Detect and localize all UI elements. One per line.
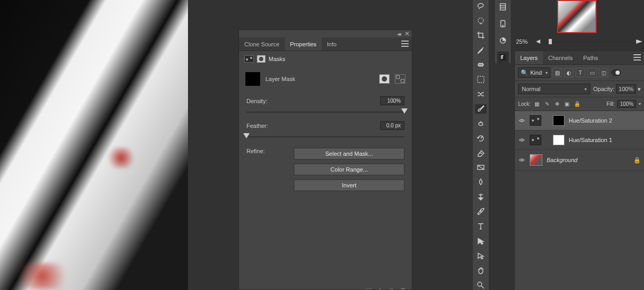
zoom-in-icon[interactable] (636, 39, 642, 44)
eyedropper-tool-icon[interactable] (475, 45, 487, 55)
layer-mask-thumbnail[interactable] (553, 135, 564, 145)
layer-list: Hue/Saturation 2 Hue/Saturation 1 Backgr… (515, 111, 644, 171)
dodge-tool-icon[interactable] (475, 192, 487, 202)
mask-thumbnail[interactable] (245, 72, 260, 86)
adjustment-icon (244, 55, 254, 63)
svg-point-12 (521, 139, 523, 141)
device-preview-icon[interactable] (497, 18, 509, 29)
navigator-zoom-slider[interactable] (543, 41, 633, 43)
invert-button[interactable]: Invert (294, 179, 404, 191)
layer-name[interactable]: Hue/Saturation 2 (569, 117, 641, 124)
properties-panel: ◂◂ ✕ Clone Source Properties Info Masks … (239, 29, 412, 290)
adjustment-layer-icon (530, 135, 541, 145)
lock-position-icon[interactable]: ✥ (553, 101, 561, 108)
color-range-button[interactable]: Color Range... (294, 164, 404, 175)
quick-selection-tool-icon[interactable] (475, 16, 487, 25)
eraser-tool-icon[interactable] (475, 148, 487, 158)
feather-slider[interactable] (246, 133, 404, 141)
lock-all-icon[interactable]: 🔒 (573, 101, 581, 108)
swatches-icon[interactable] (497, 35, 509, 46)
layers-menu-icon[interactable] (633, 54, 641, 61)
shuffle-tool-icon[interactable] (475, 89, 487, 99)
zoom-out-icon[interactable] (536, 39, 540, 44)
lock-transparency-icon[interactable]: ▦ (533, 101, 541, 108)
navigator-zoom-value[interactable]: 25% (516, 38, 533, 45)
density-slider[interactable] (246, 108, 404, 116)
visibility-icon[interactable] (518, 156, 526, 164)
layer-row[interactable]: Hue/Saturation 1 (515, 131, 644, 150)
direct-selection-tool-icon[interactable] (475, 251, 487, 261)
panel-menu-icon[interactable] (401, 41, 409, 47)
gradient-tool-icon[interactable] (475, 163, 487, 172)
lock-image-icon[interactable]: ✎ (543, 101, 551, 108)
pixel-mask-button[interactable] (379, 74, 390, 84)
filter-toggle[interactable] (611, 69, 621, 76)
document-canvas[interactable] (0, 0, 188, 290)
lasso-tool-icon[interactable] (475, 1, 487, 11)
clone-stamp-tool-icon[interactable] (475, 119, 487, 128)
type-tool-icon[interactable] (475, 222, 487, 231)
layer-thumbnail[interactable] (530, 154, 542, 166)
mask-from-selection-icon[interactable]: ⬚ (365, 287, 371, 289)
visibility-icon[interactable] (518, 136, 526, 144)
apply-mask-icon[interactable]: ◆ (378, 287, 382, 289)
lock-artboard-icon[interactable]: ▣ (563, 101, 571, 108)
density-label: Density: (246, 98, 267, 104)
layer-filter-kind-select[interactable]: 🔍 Kind ▾ (518, 67, 550, 78)
visibility-icon[interactable] (518, 117, 526, 124)
disable-mask-icon[interactable]: ◉ (389, 287, 394, 289)
layer-mask-thumbnail[interactable] (553, 115, 564, 126)
zoom-tool-icon[interactable] (475, 281, 487, 290)
pen-tool-icon[interactable] (475, 207, 487, 216)
tab-clone-source[interactable]: Clone Source (239, 37, 285, 51)
feather-slider-knob[interactable] (243, 133, 250, 138)
navigator-zoom-knob[interactable] (549, 39, 552, 44)
panel-close-icon[interactable]: ✕ (404, 30, 410, 37)
filter-type-icon[interactable]: T (576, 68, 585, 77)
tools-column (473, 0, 489, 290)
feather-value[interactable]: 0.0 px (380, 121, 404, 130)
tab-info[interactable]: Info (322, 37, 342, 51)
healing-brush-tool-icon[interactable] (475, 60, 487, 69)
properties-section-label: Masks (269, 56, 285, 62)
layer-name[interactable]: Hue/Saturation 1 (569, 137, 641, 143)
fill-value[interactable]: 100% (617, 100, 636, 108)
brush-tool-icon[interactable] (475, 104, 487, 114)
tab-channels[interactable]: Channels (543, 51, 578, 64)
layer-row[interactable]: Hue/Saturation 2 (515, 111, 644, 131)
panel-collapse-icon[interactable]: ◂◂ (397, 31, 400, 37)
layers-panel: Layers Channels Paths 🔍 Kind ▾ ▧ ◐ T ▭ ◫… (515, 51, 644, 290)
opacity-label: Opacity: (593, 86, 615, 92)
adjustment-layer-icon (530, 115, 541, 126)
crop-tool-icon[interactable] (475, 31, 487, 40)
svg-rect-10 (500, 54, 506, 61)
navigator-thumbnail[interactable] (557, 0, 597, 33)
tab-properties[interactable]: Properties (285, 37, 322, 51)
vector-mask-button[interactable] (395, 74, 405, 84)
delete-mask-icon[interactable]: 🗑 (400, 287, 407, 289)
filter-adjustment-icon[interactable]: ◐ (564, 68, 573, 77)
density-slider-knob[interactable] (401, 108, 408, 114)
paragraph-panel-icon[interactable] (497, 52, 509, 63)
marquee-tool-icon[interactable] (475, 75, 487, 84)
path-selection-tool-icon[interactable] (475, 236, 487, 246)
hand-tool-icon[interactable] (475, 266, 487, 275)
tab-layers[interactable]: Layers (515, 51, 543, 64)
layer-row[interactable]: Background 🔒 (515, 150, 644, 171)
density-value[interactable]: 100% (380, 96, 404, 105)
select-and-mask-button[interactable]: Select and Mask... (294, 148, 404, 159)
tab-paths[interactable]: Paths (578, 51, 603, 64)
layer-name[interactable]: Background (547, 157, 629, 163)
history-icon[interactable] (497, 1, 509, 13)
filter-pixel-icon[interactable]: ▧ (552, 68, 562, 77)
chevron-down-icon[interactable]: ▾ (639, 102, 641, 106)
blur-tool-icon[interactable] (475, 177, 487, 187)
opacity-value[interactable]: 100% (616, 84, 636, 94)
mask-type-label: Layer Mask (265, 76, 295, 82)
blend-mode-select[interactable]: Normal ▾ (518, 84, 590, 94)
filter-shape-icon[interactable]: ▭ (587, 68, 597, 77)
chevron-down-icon[interactable]: ▾ (638, 86, 641, 93)
filter-smartobject-icon[interactable]: ◫ (599, 68, 608, 77)
history-brush-tool-icon[interactable] (475, 134, 487, 143)
fill-label: Fill: (607, 101, 615, 107)
